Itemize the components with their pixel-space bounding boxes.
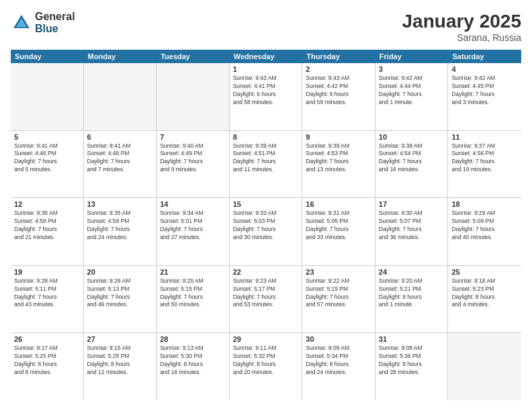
day-number: 7 (160, 133, 226, 141)
day-info: Sunrise: 9:09 AM Sunset: 5:34 PM Dayligh… (306, 345, 371, 377)
day-info: Sunrise: 9:41 AM Sunset: 4:46 PM Dayligh… (14, 142, 80, 175)
day-number: 15 (233, 200, 299, 208)
cal-cell: 9Sunrise: 9:39 AM Sunset: 4:53 PM Daylig… (302, 131, 375, 198)
cal-cell: 21Sunrise: 9:25 AM Sunset: 5:15 PM Dayli… (157, 266, 230, 333)
day-info: Sunrise: 9:25 AM Sunset: 5:15 PM Dayligh… (160, 277, 226, 310)
day-number: 3 (379, 65, 445, 73)
day-info: Sunrise: 9:26 AM Sunset: 5:13 PM Dayligh… (87, 277, 153, 310)
week-row-2: 5Sunrise: 9:41 AM Sunset: 4:46 PM Daylig… (11, 131, 521, 199)
logo-general: General (35, 11, 75, 23)
header-day-monday: Monday (84, 50, 157, 63)
day-number: 27 (87, 335, 153, 343)
cal-cell (448, 333, 521, 400)
calendar: SundayMondayTuesdayWednesdayThursdayFrid… (11, 50, 521, 400)
day-number: 14 (160, 200, 226, 208)
day-info: Sunrise: 9:36 AM Sunset: 4:58 PM Dayligh… (14, 210, 80, 242)
day-info: Sunrise: 9:31 AM Sunset: 5:05 PM Dayligh… (306, 210, 371, 242)
week-row-5: 26Sunrise: 9:17 AM Sunset: 5:25 PM Dayli… (11, 333, 521, 400)
day-number: 1 (233, 65, 299, 73)
day-number: 24 (379, 268, 445, 276)
day-info: Sunrise: 9:22 AM Sunset: 5:19 PM Dayligh… (306, 277, 371, 310)
day-number: 23 (306, 268, 371, 276)
day-number: 8 (233, 133, 299, 141)
day-number: 16 (306, 200, 371, 208)
cal-cell: 3Sunrise: 9:42 AM Sunset: 4:44 PM Daylig… (375, 63, 449, 130)
day-number: 9 (306, 133, 371, 141)
week-row-3: 12Sunrise: 9:36 AM Sunset: 4:58 PM Dayli… (11, 198, 521, 266)
day-info: Sunrise: 9:15 AM Sunset: 5:28 PM Dayligh… (87, 345, 153, 377)
header-day-friday: Friday (375, 50, 449, 63)
day-number: 19 (14, 268, 80, 276)
cal-cell: 16Sunrise: 9:31 AM Sunset: 5:05 PM Dayli… (302, 198, 375, 265)
cal-cell: 27Sunrise: 9:15 AM Sunset: 5:28 PM Dayli… (84, 333, 157, 400)
cal-cell: 1Sunrise: 9:43 AM Sunset: 4:41 PM Daylig… (230, 63, 303, 130)
cal-cell: 23Sunrise: 9:22 AM Sunset: 5:19 PM Dayli… (302, 266, 375, 333)
cal-cell: 7Sunrise: 9:40 AM Sunset: 4:49 PM Daylig… (157, 131, 230, 198)
cal-cell: 31Sunrise: 9:08 AM Sunset: 5:36 PM Dayli… (375, 333, 449, 400)
cal-cell: 8Sunrise: 9:39 AM Sunset: 4:51 PM Daylig… (230, 131, 303, 198)
page: General Blue January 2025 Sarana, Russia… (0, 0, 532, 411)
cal-cell (84, 63, 157, 130)
day-number: 21 (160, 268, 226, 276)
header: General Blue January 2025 Sarana, Russia (11, 11, 521, 43)
header-day-thursday: Thursday (302, 50, 375, 63)
cal-cell: 2Sunrise: 9:43 AM Sunset: 4:42 PM Daylig… (302, 63, 375, 130)
cal-cell: 30Sunrise: 9:09 AM Sunset: 5:34 PM Dayli… (302, 333, 375, 400)
header-day-tuesday: Tuesday (157, 50, 230, 63)
cal-cell: 5Sunrise: 9:41 AM Sunset: 4:46 PM Daylig… (11, 131, 84, 198)
day-number: 2 (306, 65, 371, 73)
day-number: 12 (14, 200, 80, 208)
cal-cell: 25Sunrise: 9:18 AM Sunset: 5:23 PM Dayli… (448, 266, 521, 333)
day-info: Sunrise: 9:13 AM Sunset: 5:30 PM Dayligh… (160, 345, 226, 377)
day-number: 28 (160, 335, 226, 343)
cal-cell: 26Sunrise: 9:17 AM Sunset: 5:25 PM Dayli… (11, 333, 84, 400)
day-info: Sunrise: 9:28 AM Sunset: 5:11 PM Dayligh… (14, 277, 80, 310)
week-row-4: 19Sunrise: 9:28 AM Sunset: 5:11 PM Dayli… (11, 266, 521, 334)
header-day-saturday: Saturday (448, 50, 521, 63)
day-number: 31 (379, 335, 445, 343)
day-info: Sunrise: 9:39 AM Sunset: 4:53 PM Dayligh… (306, 142, 371, 175)
cal-cell: 11Sunrise: 9:37 AM Sunset: 4:56 PM Dayli… (448, 131, 521, 198)
day-info: Sunrise: 9:08 AM Sunset: 5:36 PM Dayligh… (379, 345, 445, 377)
day-info: Sunrise: 9:29 AM Sunset: 5:09 PM Dayligh… (451, 210, 518, 242)
day-number: 29 (233, 335, 299, 343)
cal-cell: 14Sunrise: 9:34 AM Sunset: 5:01 PM Dayli… (157, 198, 230, 265)
day-number: 22 (233, 268, 299, 276)
cal-cell: 13Sunrise: 9:35 AM Sunset: 4:59 PM Dayli… (84, 198, 157, 265)
cal-cell: 24Sunrise: 9:20 AM Sunset: 5:21 PM Dayli… (375, 266, 449, 333)
day-info: Sunrise: 9:35 AM Sunset: 4:59 PM Dayligh… (87, 210, 153, 242)
day-info: Sunrise: 9:42 AM Sunset: 4:44 PM Dayligh… (379, 75, 445, 107)
day-info: Sunrise: 9:43 AM Sunset: 4:41 PM Dayligh… (233, 75, 299, 107)
day-number: 26 (14, 335, 80, 343)
day-info: Sunrise: 9:11 AM Sunset: 5:32 PM Dayligh… (233, 345, 299, 377)
day-number: 6 (87, 133, 153, 141)
day-number: 5 (14, 133, 80, 141)
logo-icon (11, 12, 32, 34)
day-number: 11 (451, 133, 518, 141)
day-info: Sunrise: 9:17 AM Sunset: 5:25 PM Dayligh… (14, 345, 80, 377)
logo-text: General Blue (35, 11, 75, 34)
cal-cell (11, 63, 84, 130)
cal-cell: 29Sunrise: 9:11 AM Sunset: 5:32 PM Dayli… (230, 333, 303, 400)
header-day-wednesday: Wednesday (230, 50, 303, 63)
day-number: 17 (379, 200, 445, 208)
cal-cell: 22Sunrise: 9:23 AM Sunset: 5:17 PM Dayli… (230, 266, 303, 333)
day-info: Sunrise: 9:34 AM Sunset: 5:01 PM Dayligh… (160, 210, 226, 242)
cal-cell: 20Sunrise: 9:26 AM Sunset: 5:13 PM Dayli… (84, 266, 157, 333)
day-info: Sunrise: 9:33 AM Sunset: 5:03 PM Dayligh… (233, 210, 299, 242)
day-number: 30 (306, 335, 371, 343)
week-row-1: 1Sunrise: 9:43 AM Sunset: 4:41 PM Daylig… (11, 63, 521, 131)
day-number: 25 (451, 268, 518, 276)
header-day-sunday: Sunday (11, 50, 84, 63)
day-number: 18 (451, 200, 518, 208)
day-info: Sunrise: 9:30 AM Sunset: 5:07 PM Dayligh… (379, 210, 445, 242)
day-info: Sunrise: 9:18 AM Sunset: 5:23 PM Dayligh… (451, 277, 518, 310)
logo-blue: Blue (35, 23, 75, 35)
day-info: Sunrise: 9:42 AM Sunset: 4:45 PM Dayligh… (451, 75, 518, 107)
day-number: 4 (451, 65, 518, 73)
day-info: Sunrise: 9:37 AM Sunset: 4:56 PM Dayligh… (451, 142, 518, 175)
cal-cell: 15Sunrise: 9:33 AM Sunset: 5:03 PM Dayli… (230, 198, 303, 265)
cal-cell: 4Sunrise: 9:42 AM Sunset: 4:45 PM Daylig… (448, 63, 521, 130)
day-number: 20 (87, 268, 153, 276)
month-title: January 2025 (402, 11, 521, 32)
